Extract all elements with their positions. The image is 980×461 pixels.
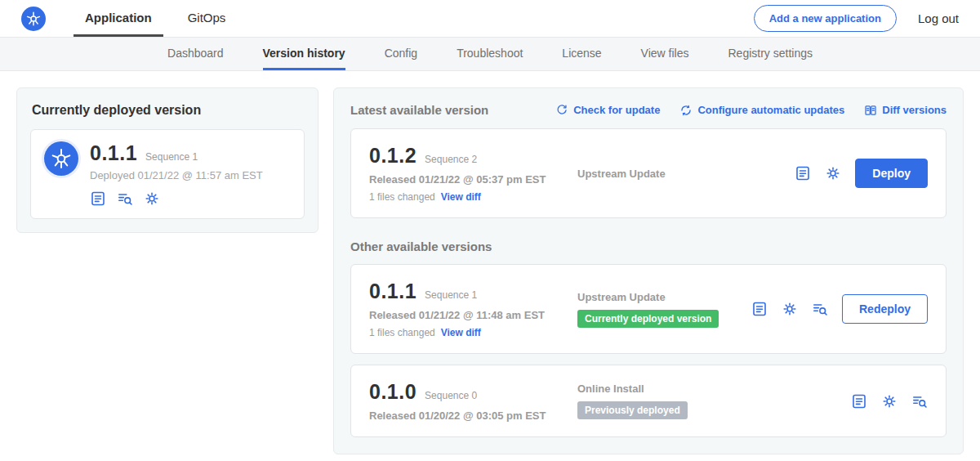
released-timestamp: Released 01/20/22 @ 03:05 pm EST (369, 410, 569, 422)
version-sequence: Sequence 1 (425, 289, 477, 301)
version-row-0-1-1: 0.1.1 Sequence 1 Released 01/21/22 @ 11:… (350, 264, 947, 354)
edit-config-icon[interactable] (825, 165, 841, 181)
source-label: Upstream Update (577, 291, 743, 303)
other-versions-title: Other available versions (350, 239, 947, 253)
version-number: 0.1.0 (369, 380, 416, 404)
subnav-registry-settings[interactable]: Registry settings (728, 38, 813, 70)
refresh-icon (555, 104, 568, 117)
configure-automatic-updates-link[interactable]: Configure automatic updates (679, 104, 844, 117)
source-label: Online Install (577, 383, 843, 395)
diff-versions-icon (864, 104, 877, 117)
subnav-view-files[interactable]: View files (641, 38, 689, 70)
deployed-version-info: 0.1.1 Sequence 1 Deployed 01/21/22 @ 11:… (90, 141, 263, 207)
auto-updates-icon (679, 104, 693, 117)
panel-header-actions: Check for update Configure automatic upd… (555, 104, 947, 117)
version-source: Upstream Update Currently deployed versi… (569, 291, 751, 328)
diff-icon[interactable] (812, 301, 828, 317)
version-sequence: Sequence 0 (425, 390, 477, 401)
diff-versions-label: Diff versions (882, 104, 947, 116)
deployed-version-number: 0.1.1 (90, 141, 137, 165)
add-application-button[interactable]: Add a new application (754, 5, 897, 32)
tab-application[interactable]: Application (74, 0, 163, 37)
currently-deployed-card: Currently deployed version 0.1.1 Sequenc… (16, 87, 318, 233)
check-for-update-label: Check for update (573, 104, 660, 116)
edit-config-icon[interactable] (881, 393, 898, 410)
deploy-button[interactable]: Deploy (855, 159, 928, 188)
release-notes-icon[interactable] (751, 301, 768, 317)
release-notes-icon[interactable] (795, 165, 811, 181)
deployed-version-card: 0.1.1 Sequence 1 Deployed 01/21/22 @ 11:… (30, 129, 305, 219)
version-actions: Redeploy (751, 294, 928, 324)
source-label: Upstream Update (577, 168, 786, 180)
version-actions: Deploy (795, 159, 928, 188)
view-diff-link[interactable]: View diff (441, 327, 481, 338)
app-icon (44, 141, 78, 176)
topbar-spacer (250, 0, 753, 37)
version-number: 0.1.2 (369, 144, 416, 168)
top-tabs: Application GitOps (74, 0, 250, 37)
latest-available-title: Latest available version (350, 103, 488, 117)
files-changed-label: 1 files changed (369, 327, 435, 338)
logout-button[interactable]: Log out (918, 11, 959, 25)
panel-header: Latest available version Check for updat… (350, 103, 947, 117)
version-history-panel: Latest available version Check for updat… (333, 87, 964, 454)
subnav-version-history[interactable]: Version history (263, 38, 345, 70)
top-bar: Application GitOps Add a new application… (0, 0, 980, 38)
currently-deployed-title: Currently deployed version (32, 103, 305, 118)
subnav-license[interactable]: License (562, 38, 601, 70)
released-timestamp: Released 01/21/22 @ 11:48 am EST (369, 309, 569, 321)
files-changed-label: 1 files changed (369, 191, 435, 203)
version-row-0-1-2: 0.1.2 Sequence 2 Released 01/21/22 @ 05:… (350, 128, 947, 218)
kubernetes-logo-icon (21, 7, 46, 31)
version-source: Upstream Update (569, 168, 795, 180)
tab-gitops[interactable]: GitOps (176, 0, 238, 37)
version-details: 0.1.1 Sequence 1 Released 01/21/22 @ 11:… (369, 280, 569, 338)
subnav-dashboard[interactable]: Dashboard (167, 38, 224, 70)
version-row-0-1-0: 0.1.0 Sequence 0 Released 01/20/22 @ 03:… (350, 365, 947, 437)
main-content: Currently deployed version 0.1.1 Sequenc… (0, 71, 980, 461)
diff-icon[interactable] (117, 190, 133, 207)
configure-automatic-updates-label: Configure automatic updates (697, 104, 844, 116)
released-timestamp: Released 01/21/22 @ 05:37 pm EST (369, 173, 569, 186)
subnav-troubleshoot[interactable]: Troubleshoot (457, 38, 523, 70)
view-diff-link[interactable]: View diff (441, 191, 481, 203)
version-details: 0.1.0 Sequence 0 Released 01/20/22 @ 03:… (369, 380, 569, 422)
version-details: 0.1.2 Sequence 2 Released 01/21/22 @ 05:… (369, 144, 569, 203)
release-notes-icon[interactable] (851, 393, 867, 410)
diff-icon[interactable] (911, 393, 928, 410)
version-source: Online Install Previously deployed (569, 383, 851, 419)
edit-config-icon[interactable] (144, 190, 160, 207)
currently-deployed-badge: Currently deployed version (577, 310, 719, 328)
edit-config-icon[interactable] (782, 301, 798, 317)
diff-versions-link[interactable]: Diff versions (864, 104, 947, 117)
subnav-config[interactable]: Config (385, 38, 417, 70)
redeploy-button[interactable]: Redeploy (842, 294, 928, 324)
check-for-update-link[interactable]: Check for update (555, 104, 660, 117)
deployed-actions (90, 190, 263, 207)
version-sequence: Sequence 2 (425, 154, 477, 165)
previously-deployed-badge: Previously deployed (577, 401, 688, 419)
release-notes-icon[interactable] (90, 190, 106, 207)
version-number: 0.1.1 (369, 280, 416, 303)
version-actions (851, 393, 928, 410)
app-subnav: Dashboard Version history Config Trouble… (0, 38, 980, 71)
deployed-sequence: Sequence 1 (145, 151, 198, 163)
deployed-timestamp: Deployed 01/21/22 @ 11:57 am EST (90, 169, 263, 181)
